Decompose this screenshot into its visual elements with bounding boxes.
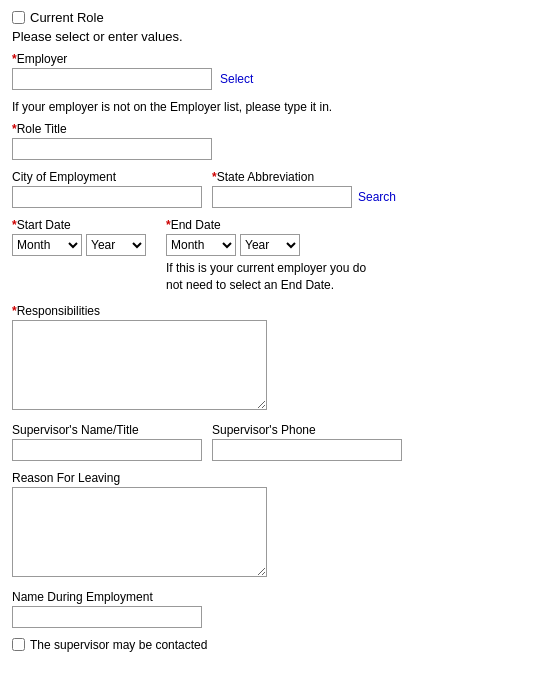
responsibilities-label: *Responsibilities (12, 304, 524, 318)
end-date-selects: Month JanFebMar AprMayJun JulAugSep OctN… (166, 234, 386, 256)
state-search-link[interactable]: Search (358, 190, 396, 204)
end-date-group: *End Date Month JanFebMar AprMayJun JulA… (166, 218, 386, 256)
name-during-input[interactable] (12, 606, 202, 628)
supervisor-name-label: Supervisor's Name/Title (12, 423, 202, 437)
employer-select-link[interactable]: Select (220, 72, 253, 86)
supervisor-phone-label: Supervisor's Phone (212, 423, 402, 437)
responsibilities-textarea[interactable] (12, 320, 267, 410)
supervisor-phone-group: Supervisor's Phone (212, 423, 402, 461)
employer-note: If your employer is not on the Employer … (12, 100, 524, 114)
start-year-select[interactable]: Year 202420232022 202120202019 201820172… (86, 234, 146, 256)
supervisor-contact-label: The supervisor may be contacted (30, 638, 207, 652)
city-label: City of Employment (12, 170, 202, 184)
supervisor-row: Supervisor's Name/Title Supervisor's Pho… (12, 423, 524, 461)
start-month-select[interactable]: Month JanFebMar AprMayJun JulAugSep OctN… (12, 234, 82, 256)
state-row: Search (212, 186, 396, 208)
please-select-text: Please select or enter values. (12, 29, 524, 44)
state-col: *State Abbreviation Search (212, 170, 396, 208)
supervisor-contact-row: The supervisor may be contacted (12, 638, 524, 652)
responsibilities-group: *Responsibilities (12, 304, 524, 413)
supervisor-contact-checkbox[interactable] (12, 638, 25, 651)
city-col: City of Employment (12, 170, 202, 208)
state-label: *State Abbreviation (212, 170, 396, 184)
supervisor-name-input[interactable] (12, 439, 202, 461)
supervisor-phone-input[interactable] (212, 439, 402, 461)
start-date-group: *Start Date Month JanFebMar AprMayJun Ju… (12, 218, 146, 256)
name-during-label: Name During Employment (12, 590, 524, 604)
date-section: *Start Date Month JanFebMar AprMayJun Ju… (12, 218, 524, 294)
end-date-note: If this is your current employer you do … (166, 260, 386, 294)
name-during-group: Name During Employment (12, 590, 524, 628)
start-date-label: *Start Date (12, 218, 146, 232)
end-year-select[interactable]: Year 202420232022 202120202019 201820172… (240, 234, 300, 256)
city-input[interactable] (12, 186, 202, 208)
reason-leaving-textarea[interactable] (12, 487, 267, 577)
end-date-label: *End Date (166, 218, 386, 232)
supervisor-name-group: Supervisor's Name/Title (12, 423, 202, 461)
reason-leaving-label: Reason For Leaving (12, 471, 524, 485)
role-title-label: *Role Title (12, 122, 524, 136)
current-role-label: Current Role (30, 10, 104, 25)
end-month-select[interactable]: Month JanFebMar AprMayJun JulAugSep OctN… (166, 234, 236, 256)
current-role-checkbox[interactable] (12, 11, 25, 24)
role-title-input[interactable] (12, 138, 212, 160)
employer-group: *Employer Select (12, 52, 524, 90)
city-state-row: City of Employment *State Abbreviation S… (12, 170, 524, 208)
state-input[interactable] (212, 186, 352, 208)
end-date-col: *End Date Month JanFebMar AprMayJun JulA… (166, 218, 386, 294)
employer-row: Select (12, 68, 524, 90)
current-role-row: Current Role (12, 10, 524, 25)
employer-input[interactable] (12, 68, 212, 90)
start-date-selects: Month JanFebMar AprMayJun JulAugSep OctN… (12, 234, 146, 256)
employer-label: *Employer (12, 52, 524, 66)
reason-leaving-group: Reason For Leaving (12, 471, 524, 580)
role-title-group: *Role Title (12, 122, 524, 160)
